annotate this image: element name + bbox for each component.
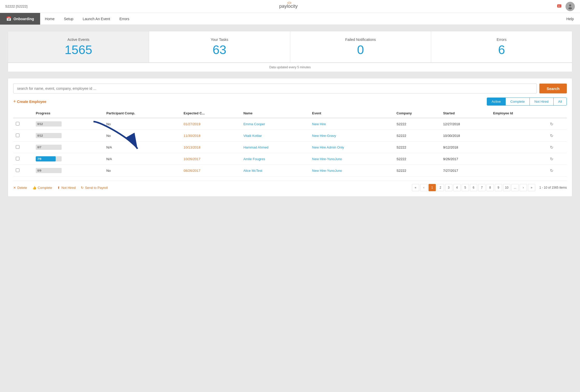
row-company: S2222 [394,130,440,142]
nav-setup[interactable]: Setup [59,13,78,25]
page-3[interactable]: 3 [445,184,452,191]
row-checkbox[interactable] [13,118,33,130]
x-icon: ✕ [13,186,16,190]
stats-footer: Data updated every 5 minutes [8,63,572,72]
row-event[interactable]: New Hire-YunoJuno [309,153,394,165]
refresh-icon[interactable]: ↻ [550,122,553,126]
filter-tab-active[interactable]: Active [487,98,506,105]
row-name[interactable]: Alice McTest [241,165,309,176]
row-employee-id [491,153,547,165]
row-refresh[interactable]: ↻ [547,130,567,142]
row-company: S2222 [394,142,440,153]
row-checkbox[interactable] [13,165,33,176]
page-10[interactable]: 10 [503,184,510,191]
filter-tab-not-hired[interactable]: Not Hired [530,98,554,105]
row-name[interactable]: Hammad Ahmed [241,142,309,153]
row-started: 9/26/2017 [440,153,490,165]
briefcase-icon: 📅 [6,16,11,21]
search-button[interactable]: Search [539,84,567,93]
row-company: S2222 [394,165,440,176]
your-tasks-label: Your Tasks [155,38,284,42]
user-avatar[interactable] [566,2,575,11]
page-last[interactable]: » [528,184,535,191]
search-row: Search [13,84,567,93]
page-info: 1 - 10 of 1565 items [539,186,567,189]
page-next[interactable]: › [520,184,527,191]
row-event[interactable]: New Hire [309,118,394,130]
row-event[interactable]: New Hire Admin Only [309,142,394,153]
delete-button[interactable]: ✕ Delete [13,186,27,190]
page-5[interactable]: 5 [462,184,469,191]
notification-bell[interactable]: 9+ [556,3,562,10]
header-company: Company [394,109,440,118]
table-row: 0/9 No 08/26/2017 Alice McTest New Hire-… [13,165,567,176]
page-4[interactable]: 4 [453,184,461,191]
thumbs-up-icon: 👍 [32,186,37,190]
page-9[interactable]: 9 [495,184,502,191]
create-employee-link[interactable]: + Create Employee [13,99,46,104]
filter-tab-complete[interactable]: Complete [506,98,530,105]
row-checkbox[interactable] [13,142,33,153]
row-participant-comp: No [104,165,181,176]
page-8[interactable]: 8 [487,184,494,191]
page-1[interactable]: 1 [429,184,436,191]
table-wrapper: Progress Participant Comp. Expected C...… [13,109,567,176]
refresh-icon[interactable]: ↻ [550,157,553,161]
search-input[interactable] [13,84,537,93]
errors-label: Errors [437,38,566,42]
complete-button[interactable]: 👍 Complete [32,186,52,190]
help-link[interactable]: Help [566,17,580,21]
page-7[interactable]: 7 [478,184,485,191]
employees-table: Progress Participant Comp. Expected C...… [13,109,567,176]
row-name[interactable]: Emma Cooper [241,118,309,130]
nav-home[interactable]: Home [40,13,59,25]
page-first[interactable]: « [412,184,419,191]
row-checkbox[interactable] [13,130,33,142]
table-header: Progress Participant Comp. Expected C...… [13,109,567,118]
row-event[interactable]: New Hire-Gravy [309,130,394,142]
svg-point-5 [568,7,572,9]
row-participant-comp: N/A [104,153,181,165]
page-6[interactable]: 6 [470,184,477,191]
refresh-icon[interactable]: ↻ [550,145,553,150]
not-hired-label: Not Hired [61,186,76,190]
company-id: S2222 [S2222] [5,4,27,8]
onboarding-tab[interactable]: 📅 Onboarding [0,13,40,25]
page-2[interactable]: 2 [437,184,444,191]
nav-bar: 📅 Onboarding Home Setup Launch An Event … [0,13,580,25]
row-name[interactable]: Amlie Fougres [241,153,309,165]
filter-tab-all[interactable]: All [554,98,567,105]
row-refresh[interactable]: ↻ [547,165,567,176]
toolbar-row: + Create Employee Active Complete Not Hi… [13,98,567,106]
refresh-icon[interactable]: ↻ [550,168,553,173]
row-name[interactable]: Vitalii Kotliar [241,130,309,142]
stats-card: Active Events 1565 Your Tasks 63 Failed … [8,31,572,72]
row-event[interactable]: New Hire-YunoJuno [309,165,394,176]
active-events-value: 1565 [14,44,143,56]
refresh-icon[interactable]: ↻ [550,134,553,138]
row-progress: 7/9 [33,153,104,165]
send-to-payroll-button[interactable]: ↻ Send to Payroll [81,186,108,190]
not-hired-button[interactable]: ⬆ Not Hired [57,186,76,190]
nav-launch-event[interactable]: Launch An Event [78,13,115,25]
row-started: 9/12/2018 [440,142,490,153]
svg-point-4 [569,4,571,6]
table-row: 0/12 No 11/30/2018 Vitalii Kotliar New H… [13,130,567,142]
logo: paylocity [277,1,303,11]
svg-text:9+: 9+ [558,5,560,7]
right-icons: 9+ [556,2,575,11]
row-refresh[interactable]: ↻ [547,153,567,165]
nav-errors[interactable]: Errors [115,13,134,25]
row-progress: 0/9 [33,165,104,176]
header-participant-comp: Participant Comp. [104,109,181,118]
row-expected-date: 08/26/2017 [181,165,241,176]
table-row: 0/7 N/A 10/13/2018 Hammad Ahmed New Hire… [13,142,567,153]
row-progress: 0/12 [33,118,104,130]
active-events-label: Active Events [14,38,143,42]
page-prev[interactable]: ‹ [420,184,427,191]
top-bar: S2222 [S2222] paylocity 9+ [0,0,580,13]
row-refresh[interactable]: ↻ [547,118,567,130]
header-name: Name [241,109,309,118]
row-checkbox[interactable] [13,153,33,165]
row-refresh[interactable]: ↻ [547,142,567,153]
